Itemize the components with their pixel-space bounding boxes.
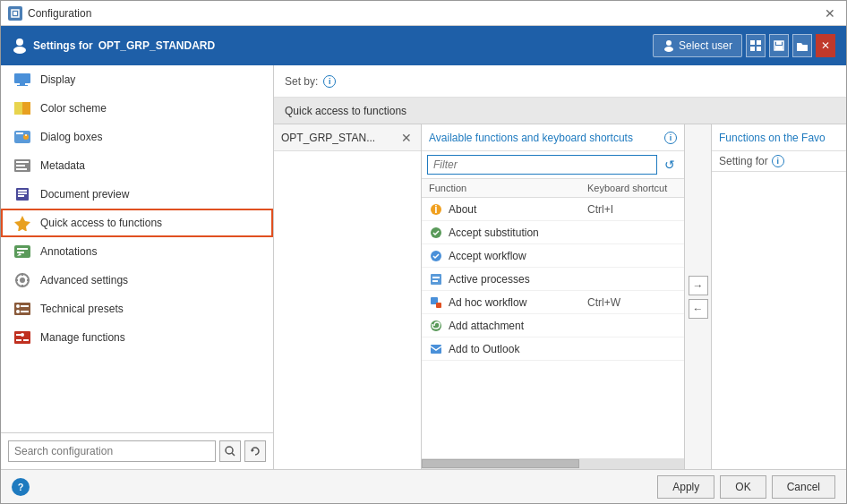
func-name-accept-sub: Accept substitution [449,226,582,239]
sidebar-label-dialog-boxes: Dialog boxes [40,131,102,143]
col-opt-label: OPT_GRP_STAN... [281,132,375,144]
svg-rect-12 [775,46,783,50]
func-col-shortcut: Keyboard shortcut [587,183,677,193]
add-attach-icon [429,319,443,333]
func-item-about[interactable]: i About Ctrl+I [422,198,684,221]
svg-text:i: i [434,203,437,216]
svg-rect-40 [27,279,30,281]
main-window: Configuration ✕ Settings for OPT_GRP_STA… [0,0,847,504]
grid-button[interactable] [746,34,766,57]
ok-button[interactable]: OK [720,475,766,499]
scrollbar-thumb [422,459,579,468]
svg-line-52 [232,453,235,456]
svg-rect-45 [21,311,29,312]
func-item-accept-substitution[interactable]: Accept substitution [422,221,684,244]
sidebar-item-advanced-settings[interactable]: Advanced settings [1,266,273,295]
svg-rect-39 [15,279,18,281]
cancel-button[interactable]: Cancel [772,475,835,499]
columns-area: OPT_GRP_STAN... ✕ Available functions an… [274,124,846,469]
header-actions: Select user ✕ [653,34,835,57]
svg-point-4 [666,40,672,46]
metadata-icon [13,157,31,175]
group-icon [12,38,28,54]
col-favorites-label: Functions on the Favo [719,132,826,144]
col-functions: Available functions and keyboard shortcu… [422,124,685,469]
header-bar: Settings for OPT_GRP_STANDARD Select use… [1,26,846,65]
advanced-settings-icon [13,271,31,289]
sidebar-label-manage-functions: Manage functions [40,331,125,344]
arrow-left-button[interactable]: ← [689,299,708,319]
svg-rect-58 [431,274,441,285]
technical-presets-icon [13,300,31,318]
sidebar-label-metadata: Metadata [40,159,85,172]
col-favorites-header: Functions on the Favo [712,124,846,151]
func-name-about: About [449,203,582,216]
sidebar-item-manage-functions[interactable]: Manage functions [1,323,273,352]
folder-button[interactable] [792,34,812,57]
accept-sub-icon [429,226,443,240]
title-close-button[interactable]: ✕ [821,4,839,22]
apply-button[interactable]: Apply [657,475,714,499]
sidebar-label-quick-access: Quick access to functions [40,217,162,229]
sidebar-item-document-preview[interactable]: Document preview [1,180,273,209]
sidebar-item-display[interactable]: Display [1,65,273,94]
refresh-button[interactable] [244,440,266,462]
col-favorites: Functions on the Favo Setting for i [712,124,846,469]
svg-point-5 [664,47,673,52]
svg-rect-28 [18,192,27,194]
filter-input[interactable] [427,155,657,175]
svg-rect-11 [776,41,782,45]
sidebar-item-metadata[interactable]: Metadata [1,151,273,180]
footer-right: Apply OK Cancel [657,475,835,499]
display-icon [13,71,31,89]
svg-rect-38 [21,285,23,287]
svg-rect-16 [14,102,22,115]
svg-rect-6 [750,40,755,45]
setby-info-icon[interactable]: i [323,75,336,88]
col-functions-header: Available functions and keyboard shortcu… [422,124,684,151]
func-item-adhoc-workflow[interactable]: Ad hoc workflow Ctrl+W [422,291,684,314]
sidebar-label-document-preview: Document preview [40,188,129,201]
reset-icon [250,446,261,457]
svg-rect-59 [432,277,440,278]
functions-info-icon[interactable]: i [664,132,677,144]
svg-rect-44 [21,305,29,307]
sidebar-item-technical-presets[interactable]: Technical presets [1,295,273,323]
sidebar-item-dialog-boxes[interactable]: Dialog boxes [1,123,273,151]
horizontal-scrollbar[interactable] [422,458,684,469]
sidebar-label-display: Display [40,73,75,86]
save-button[interactable] [769,34,789,57]
setby-label: Set by: [285,75,318,88]
sidebar-label-annotations: Annotations [40,245,97,258]
help-button[interactable]: ? [12,478,30,496]
func-item-add-to-outlook[interactable]: Add to Outlook [422,337,684,361]
func-item-add-attachment[interactable]: Add attachment [422,314,684,337]
title-bar: Configuration ✕ [1,1,846,26]
sidebar-item-color-scheme[interactable]: Color scheme [1,94,273,123]
right-panel: Set by: i Quick access to functions OPT_… [274,65,846,469]
sidebar-item-quick-access[interactable]: Quick access to functions [1,209,273,237]
func-shortcut-about: Ctrl+I [587,203,677,216]
footer-left: ? [12,478,30,496]
func-name-add-outlook: Add to Outlook [449,343,582,355]
setting-info-icon[interactable]: i [772,155,784,167]
arrow-buttons-col: → ← [685,124,712,469]
arrow-right-button[interactable]: → [689,276,708,295]
select-user-button[interactable]: Select user [653,34,742,57]
svg-rect-8 [750,47,755,51]
sidebar-item-annotations[interactable]: Annotations [1,237,273,266]
col-opt-header: OPT_GRP_STAN... ✕ [274,124,421,151]
col-opt-close-button[interactable]: ✕ [399,131,414,145]
func-item-active-processes[interactable]: Active processes [422,268,684,291]
search-input[interactable] [8,440,216,462]
search-button[interactable] [219,440,241,462]
func-item-accept-workflow[interactable]: Accept workflow [422,244,684,268]
svg-point-51 [226,447,233,454]
filter-row: ↺ [422,151,684,179]
close-config-button[interactable]: ✕ [816,34,835,57]
svg-point-2 [16,38,23,46]
svg-point-42 [16,304,20,308]
setby-bar: Set by: i [274,65,846,98]
svg-rect-62 [436,303,441,308]
filter-refresh-icon[interactable]: ↺ [661,156,679,174]
